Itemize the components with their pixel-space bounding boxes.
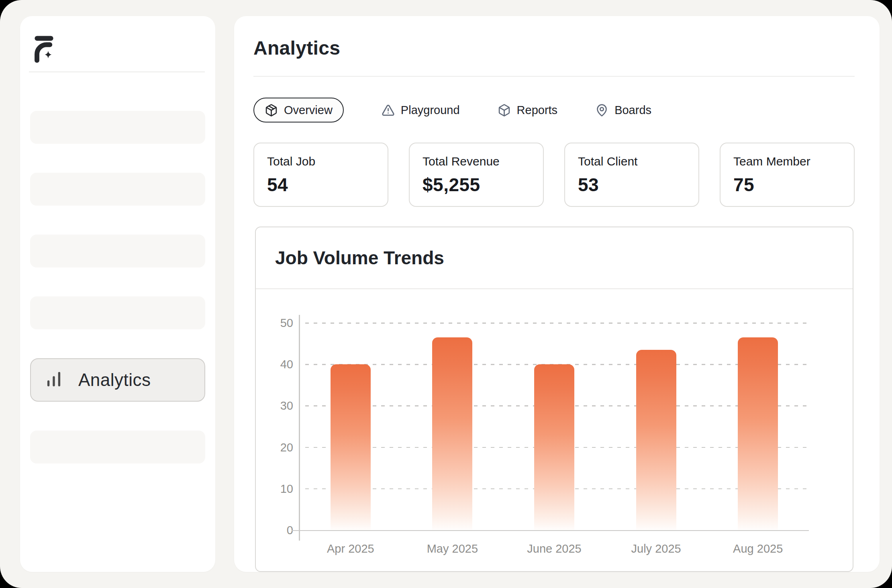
chart-card: Job Volume Trends 01020304050Apr 2025May… xyxy=(255,227,853,572)
stat-card-total-job: Total Job54 xyxy=(253,143,388,207)
flow-logo[interactable] xyxy=(31,35,59,63)
sidebar-skeleton-item xyxy=(30,296,205,329)
x-tick-label: Apr 2025 xyxy=(327,542,374,555)
stat-value: $5,255 xyxy=(423,174,530,196)
x-axis-line xyxy=(292,530,809,531)
stat-value: 53 xyxy=(578,174,686,196)
y-tick-label: 0 xyxy=(261,524,293,537)
box-icon xyxy=(498,104,511,117)
sidebar-item-analytics[interactable]: Analytics xyxy=(30,358,205,402)
stat-card-team-member: Team Member75 xyxy=(720,143,855,207)
tab-label: Overview xyxy=(284,104,333,117)
alert-triangle-icon xyxy=(382,104,395,117)
stat-label: Total Job xyxy=(267,155,375,168)
y-tick-label: 50 xyxy=(261,316,293,330)
bar-july-2025[interactable] xyxy=(636,350,676,530)
bar-june-2025[interactable] xyxy=(534,364,574,530)
bar-chart-icon xyxy=(45,370,63,390)
y-tick-label: 10 xyxy=(261,482,293,495)
bar-may-2025[interactable] xyxy=(432,337,472,530)
stat-card-total-revenue: Total Revenue$5,255 xyxy=(409,143,544,207)
map-pin-icon xyxy=(595,104,608,117)
x-tick-label: July 2025 xyxy=(631,542,681,555)
page-title: Analytics xyxy=(253,37,855,59)
sidebar-skeleton-item xyxy=(30,235,205,267)
y-axis-line xyxy=(299,315,300,541)
stat-label: Team Member xyxy=(733,155,841,168)
tab-label: Boards xyxy=(614,104,651,117)
stat-value: 54 xyxy=(267,174,375,196)
sidebar-item-label: Analytics xyxy=(78,370,151,390)
stat-label: Total Revenue xyxy=(423,155,530,168)
tab-label: Reports xyxy=(517,104,558,117)
sidebar-skeleton-item xyxy=(30,431,205,463)
stat-cards: Total Job54Total Revenue$5,255Total Clie… xyxy=(253,143,855,207)
tabs: OverviewPlaygroundReportsBoards xyxy=(253,98,855,122)
tab-playground[interactable]: Playground xyxy=(382,104,460,117)
stat-card-total-client: Total Client53 xyxy=(564,143,699,207)
stat-label: Total Client xyxy=(578,155,686,168)
bar-aug-2025[interactable] xyxy=(738,337,778,530)
tab-boards[interactable]: Boards xyxy=(595,104,651,117)
sidebar-items: Analytics xyxy=(30,111,205,463)
app-canvas: Analytics Analytics OverviewPlaygroundRe… xyxy=(0,0,892,588)
y-tick-label: 30 xyxy=(261,399,293,412)
x-tick-label: Aug 2025 xyxy=(733,542,783,555)
sidebar-skeleton-item xyxy=(30,173,205,206)
main-panel: Analytics OverviewPlaygroundReportsBoard… xyxy=(234,16,880,572)
y-tick-label: 40 xyxy=(261,358,293,371)
y-tick-label: 20 xyxy=(261,441,293,454)
chart-body: 01020304050Apr 2025May 2025June 2025July… xyxy=(256,289,853,571)
x-tick-label: May 2025 xyxy=(427,542,478,555)
tab-reports[interactable]: Reports xyxy=(498,104,558,117)
sidebar-divider xyxy=(29,71,205,72)
x-tick-label: June 2025 xyxy=(527,542,581,555)
bar-apr-2025[interactable] xyxy=(331,364,371,530)
package-icon xyxy=(265,104,278,117)
chart-header: Job Volume Trends xyxy=(256,227,853,289)
sidebar: Analytics xyxy=(20,16,215,572)
sidebar-skeleton-item xyxy=(30,111,205,144)
stat-value: 75 xyxy=(733,174,841,196)
gridline-50 xyxy=(305,323,809,324)
header-divider xyxy=(253,76,855,77)
tab-overview[interactable]: Overview xyxy=(253,98,344,122)
bar-chart-plot: 01020304050Apr 2025May 2025June 2025July… xyxy=(300,323,809,530)
chart-title: Job Volume Trends xyxy=(275,247,444,269)
tab-label: Playground xyxy=(401,104,460,117)
